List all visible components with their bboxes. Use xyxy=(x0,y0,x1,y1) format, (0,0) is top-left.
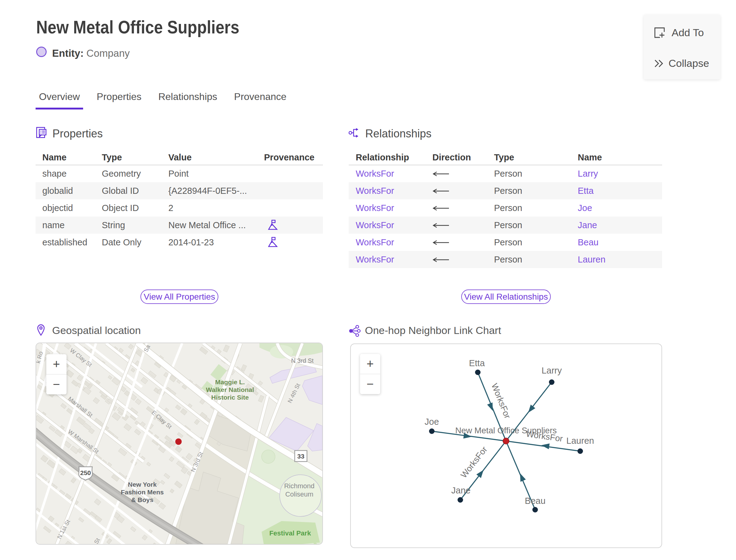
svg-text:Beau: Beau xyxy=(525,496,546,506)
svg-text:Fashion Mens: Fashion Mens xyxy=(121,489,164,496)
svg-text:Jane: Jane xyxy=(451,485,471,495)
svg-text:Joe: Joe xyxy=(425,417,439,427)
svg-text:Lauren: Lauren xyxy=(566,436,594,446)
svg-text:Festival Park: Festival Park xyxy=(269,529,311,537)
svg-text:250: 250 xyxy=(80,469,91,476)
svg-text:Historic Site: Historic Site xyxy=(211,394,249,401)
svg-text:New York: New York xyxy=(128,481,157,488)
svg-text:N 3rd St: N 3rd St xyxy=(291,357,314,364)
svg-text:33: 33 xyxy=(297,453,304,460)
svg-text:Walker National: Walker National xyxy=(206,386,254,393)
svg-text:Maggie L.: Maggie L. xyxy=(215,378,245,385)
svg-text:Larry: Larry xyxy=(542,366,562,375)
svg-text:WorksFor: WorksFor xyxy=(525,429,563,444)
svg-text:WorksFor: WorksFor xyxy=(490,382,512,420)
svg-text:WorksFor: WorksFor xyxy=(459,445,489,480)
svg-text:Richmond: Richmond xyxy=(284,482,314,490)
svg-text:& Boys: & Boys xyxy=(131,496,153,503)
svg-text:Coliseum: Coliseum xyxy=(285,490,313,498)
svg-text:Etta: Etta xyxy=(469,358,485,368)
